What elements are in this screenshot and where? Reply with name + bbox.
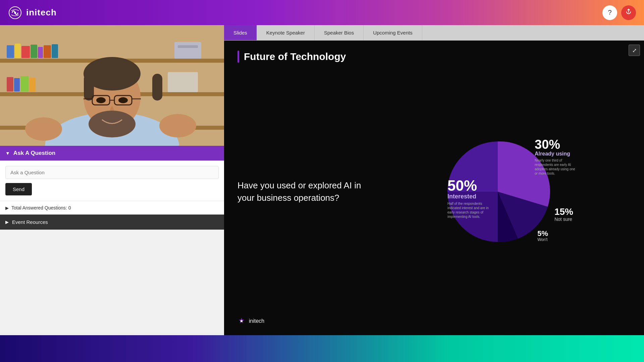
svg-rect-17 <box>14 78 20 92</box>
video-content <box>0 25 224 146</box>
pie-label-5-pct: 5% <box>537 230 548 237</box>
event-resources-arrow: ▶ <box>5 220 9 225</box>
svg-rect-13 <box>52 44 58 58</box>
pie-chart-container: 50% Interested Half of the respondents i… <box>441 135 555 249</box>
svg-rect-12 <box>44 45 51 58</box>
ask-question-bar[interactable]: ▼ Ask A Question <box>0 146 224 161</box>
main-content: ▼ Ask A Question Send ▶ Total Answered Q… <box>0 25 644 335</box>
pie-label-50: 50% Interested Half of the respondents i… <box>447 178 494 219</box>
svg-rect-8 <box>15 44 21 58</box>
svg-rect-15 <box>178 45 198 48</box>
pie-label-50-desc: Half of the respondents indicated intere… <box>447 201 494 219</box>
bottom-gradient <box>0 335 644 362</box>
ask-question-section: Send <box>0 161 224 201</box>
header: initech ? <box>0 0 644 25</box>
pie-label-15-pct: 15% <box>554 207 573 217</box>
logo-area: initech <box>8 6 57 20</box>
help-button[interactable]: ? <box>602 5 617 20</box>
event-resources-label: Event Reources <box>12 219 48 225</box>
slide-title-bar: Future of Technology <box>237 51 631 63</box>
pie-label-15-name: Not sure <box>554 217 573 222</box>
send-button[interactable]: Send <box>5 183 32 195</box>
slide-content: ⤢ Future of Technology Have you used or … <box>224 41 644 335</box>
initech-logo-icon <box>8 6 22 20</box>
svg-point-1 <box>14 12 16 14</box>
slide-title-accent <box>237 51 239 63</box>
ask-question-arrow: ▼ <box>5 150 10 156</box>
svg-point-32 <box>96 97 106 103</box>
svg-rect-19 <box>29 78 36 92</box>
pie-label-30-desc: Nearly one third of respondents are earl… <box>535 158 578 176</box>
pie-label-50-pct: 50% <box>447 178 494 193</box>
svg-rect-18 <box>20 76 29 92</box>
help-icon: ? <box>608 9 611 16</box>
slide-footer: initech <box>237 317 631 325</box>
svg-point-37 <box>240 320 243 322</box>
logo-text: initech <box>26 7 57 18</box>
video-area <box>0 25 224 146</box>
header-actions: ? <box>602 5 636 20</box>
event-resources-bar[interactable]: ▶ Event Reources <box>0 215 224 230</box>
answered-questions-arrow: ▶ <box>5 205 9 210</box>
ask-question-label: Ask A Question <box>13 150 55 157</box>
svg-rect-20 <box>168 72 198 92</box>
svg-rect-14 <box>174 42 201 59</box>
footer-logo-icon <box>237 317 246 325</box>
pie-label-5-name: Won't <box>537 237 548 242</box>
slide-question: Have you used or explored AI in your bus… <box>237 179 365 204</box>
fullscreen-icon: ⤢ <box>632 47 637 54</box>
tab-slides[interactable]: Slides <box>224 25 257 40</box>
tabs-bar: Slides Keynote Speaker Speaker Bios Upco… <box>224 25 644 41</box>
pie-label-50-name: Interested <box>447 193 494 200</box>
pie-label-30-pct: 30% <box>535 138 578 151</box>
tab-upcoming-events[interactable]: Upcoming Events <box>364 25 422 40</box>
svg-rect-9 <box>21 46 30 58</box>
exit-button[interactable] <box>621 5 636 20</box>
pie-label-30: 30% Already using Nearly one third of re… <box>535 138 578 176</box>
left-panel: ▼ Ask A Question Send ▶ Total Answered Q… <box>0 25 224 335</box>
svg-rect-10 <box>31 45 37 58</box>
pie-chart-area: 50% Interested Half of the respondents i… <box>365 135 631 249</box>
svg-rect-16 <box>7 77 13 92</box>
slide-inner: ⤢ Future of Technology Have you used or … <box>224 41 644 335</box>
pie-label-30-name: Already using <box>535 151 578 157</box>
ask-question-input[interactable] <box>5 166 219 179</box>
tab-keynote-speaker[interactable]: Keynote Speaker <box>257 25 315 40</box>
answered-questions-label: Total Answered Questions: 0 <box>11 205 71 210</box>
slide-body: Have you used or explored AI in your bus… <box>237 69 631 314</box>
footer-logo-text: initech <box>249 318 264 324</box>
slide-question-text: Have you used or explored AI in your bus… <box>237 179 365 204</box>
pie-label-5: 5% Won't <box>537 230 548 242</box>
svg-rect-26 <box>152 74 162 101</box>
right-panel: Slides Keynote Speaker Speaker Bios Upco… <box>224 25 644 335</box>
svg-rect-7 <box>7 45 14 58</box>
exit-icon <box>625 8 632 17</box>
svg-point-36 <box>159 114 196 137</box>
fullscreen-button[interactable]: ⤢ <box>629 45 640 56</box>
svg-rect-11 <box>38 47 43 58</box>
answered-questions[interactable]: ▶ Total Answered Questions: 0 <box>0 201 224 215</box>
svg-point-35 <box>25 117 62 141</box>
slide-title: Future of Technology <box>244 51 346 62</box>
pie-label-15: 15% Not sure <box>554 207 573 222</box>
tab-speaker-bios[interactable]: Speaker Bios <box>315 25 364 40</box>
svg-point-33 <box>118 97 128 103</box>
